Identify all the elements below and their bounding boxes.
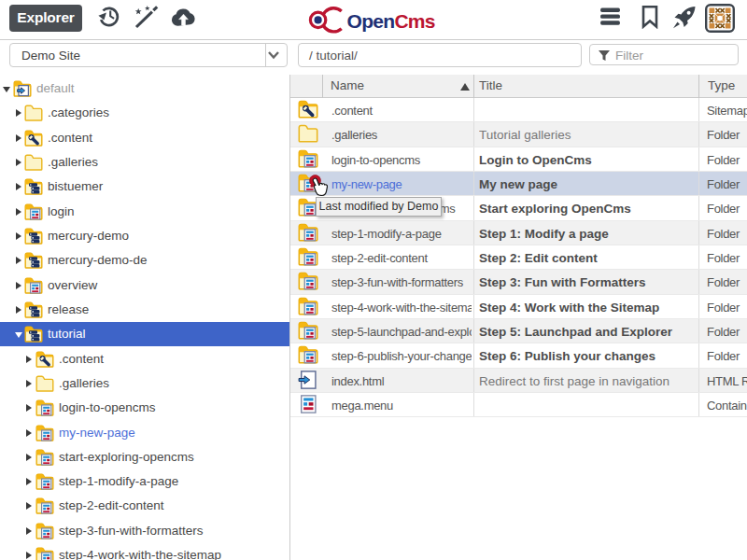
svg-text:OpenCms: OpenCms [347, 10, 435, 32]
